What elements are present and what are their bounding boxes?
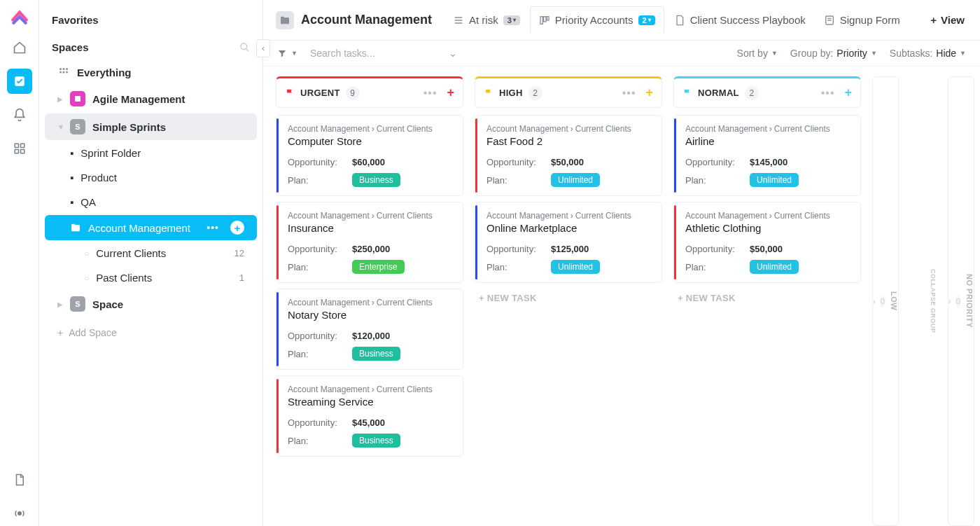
opportunity-value: $250,000 xyxy=(352,244,390,254)
task-card[interactable]: Account Management›Current Clients Notar… xyxy=(276,289,463,370)
field-label: Plan: xyxy=(288,436,352,446)
tab-priority-accounts[interactable]: Priority Accounts 2▾ xyxy=(530,6,664,34)
field-label: Plan: xyxy=(288,262,352,272)
add-task-icon[interactable]: + xyxy=(447,85,454,100)
tab-signup-form[interactable]: Signup Form xyxy=(816,7,909,33)
add-view-button[interactable]: +View xyxy=(927,10,967,30)
task-card[interactable]: Account Management›Current Clients Athle… xyxy=(673,202,861,283)
folder-product[interactable]: ▪Product xyxy=(45,166,257,189)
opportunity-value: $45,000 xyxy=(352,417,385,428)
task-title: Online Marketplace xyxy=(486,222,652,234)
add-task-icon[interactable]: + xyxy=(645,85,653,100)
column-header[interactable]: NORMAL 2 ••• + xyxy=(673,76,861,108)
board: URGENT 9 ••• + Account Management›Curren… xyxy=(263,67,980,526)
list-count: 12 xyxy=(234,248,244,258)
svg-point-12 xyxy=(66,71,68,74)
tab-label: Priority Accounts xyxy=(555,14,634,26)
record-icon[interactable] xyxy=(7,501,32,526)
new-task-button[interactable]: + NEW TASK xyxy=(673,283,861,313)
view-label: View xyxy=(941,14,965,26)
svg-rect-4 xyxy=(20,150,24,153)
collapsed-column-low[interactable]: LOW0› xyxy=(872,76,899,526)
folder-qa[interactable]: ▪QA xyxy=(45,191,257,214)
breadcrumb: Account Management›Current Clients xyxy=(486,124,652,134)
app-logo[interactable] xyxy=(10,7,29,27)
task-title: Airline xyxy=(685,135,850,147)
collapse-sidebar-button[interactable]: ‹ xyxy=(256,39,270,57)
docs-icon[interactable] xyxy=(7,467,32,492)
column-header[interactable]: URGENT 9 ••• + xyxy=(276,76,463,108)
group-control[interactable]: Group by: Priority▼ xyxy=(790,48,877,59)
breadcrumb: Account Management›Current Clients xyxy=(486,211,652,221)
add-space-button[interactable]: +Add Space xyxy=(39,319,262,347)
svg-point-6 xyxy=(241,43,247,50)
folder-account-management[interactable]: Account Management ••• + xyxy=(45,215,257,240)
search-input[interactable]: Search tasks... xyxy=(310,48,436,59)
svg-rect-15 xyxy=(543,16,545,21)
svg-point-9 xyxy=(66,68,68,70)
more-icon[interactable]: ••• xyxy=(622,87,636,99)
space-label: Agile Management xyxy=(92,93,186,105)
task-card[interactable]: Account Management›Current Clients Fast … xyxy=(475,115,662,196)
field-label: Plan: xyxy=(288,349,352,359)
task-card[interactable]: Account Management›Current Clients Compu… xyxy=(276,115,463,196)
subtasks-control[interactable]: Subtasks: Hide▼ xyxy=(890,48,966,59)
breadcrumb: Account Management›Current Clients xyxy=(288,124,453,134)
space-agile[interactable]: ▶ Agile Management xyxy=(45,85,257,112)
list-past-clients[interactable]: ○Past Clients1 xyxy=(45,266,257,289)
add-icon[interactable]: + xyxy=(230,221,244,235)
plan-badge: Unlimited xyxy=(551,173,600,187)
list-current-clients[interactable]: ○Current Clients12 xyxy=(45,242,257,265)
more-icon[interactable]: ••• xyxy=(821,87,835,99)
everything-row[interactable]: Everything xyxy=(45,60,257,84)
flag-icon xyxy=(285,88,295,98)
notifications-icon[interactable] xyxy=(7,102,32,127)
task-card[interactable]: Account Management›Current Clients Onlin… xyxy=(475,202,662,283)
column-name: NORMAL xyxy=(698,88,739,98)
more-icon[interactable]: ••• xyxy=(424,87,438,99)
more-icon[interactable]: ••• xyxy=(206,222,219,233)
caret-icon: ▶ xyxy=(57,95,63,103)
task-title: Streaming Service xyxy=(288,396,453,408)
svg-rect-3 xyxy=(15,150,18,153)
field-label: Plan: xyxy=(685,262,750,272)
svg-rect-14 xyxy=(540,16,542,24)
chevron-down-icon[interactable]: ⌄ xyxy=(449,48,457,59)
plan-badge: Unlimited xyxy=(750,260,799,274)
opportunity-value: $50,000 xyxy=(551,157,584,167)
task-card[interactable]: Account Management›Current Clients Strea… xyxy=(276,375,463,457)
folder-sprint[interactable]: ▪Sprint Folder xyxy=(45,141,257,165)
folder-icon xyxy=(276,11,294,29)
folder-icon: ▪ xyxy=(70,172,74,184)
tab-label: Client Success Playbook xyxy=(690,14,806,26)
tab-label: At risk xyxy=(469,14,498,26)
favorites-header[interactable]: Favorites xyxy=(39,10,262,36)
add-task-icon[interactable]: + xyxy=(844,85,852,100)
task-title: Notary Store xyxy=(288,309,453,321)
tasks-icon[interactable] xyxy=(7,69,32,94)
column-header[interactable]: HIGH 2 ••• + xyxy=(475,76,662,108)
board-column: NORMAL 2 ••• + Account Management›Curren… xyxy=(673,76,861,526)
space-simple-sprints[interactable]: ▼ S Simple Sprints xyxy=(45,113,257,140)
collapsed-column-no-priority[interactable]: NO PRIORITY0› xyxy=(948,76,974,526)
plan-badge: Enterprise xyxy=(352,260,405,274)
tab-client-success[interactable]: Client Success Playbook xyxy=(666,7,814,33)
tab-at-risk[interactable]: At risk 3▾ xyxy=(444,7,528,33)
search-icon[interactable] xyxy=(239,42,250,53)
column-count: 2 xyxy=(528,86,542,100)
new-task-button[interactable]: + NEW TASK xyxy=(475,283,662,313)
spaces-header[interactable]: Spaces xyxy=(39,36,262,59)
task-title: Computer Store xyxy=(288,135,453,147)
apps-icon[interactable] xyxy=(7,136,32,161)
home-icon[interactable] xyxy=(7,35,32,60)
flag-icon xyxy=(682,88,692,98)
tab-badge: 3▾ xyxy=(503,15,520,25)
folder-label: QA xyxy=(80,196,96,208)
sidebar: Favorites Spaces Everything ▶ Agile Mana… xyxy=(39,0,263,526)
space-generic[interactable]: ▶ S Space xyxy=(45,291,257,317)
task-card[interactable]: Account Management›Current Clients Insur… xyxy=(276,202,463,283)
task-card[interactable]: Account Management›Current Clients Airli… xyxy=(673,115,861,196)
sort-control[interactable]: Sort by▼ xyxy=(737,48,778,59)
filter-button[interactable]: ▼ xyxy=(277,48,298,58)
collapse-group-button[interactable]: COLLAPSE GROUP xyxy=(910,76,937,526)
